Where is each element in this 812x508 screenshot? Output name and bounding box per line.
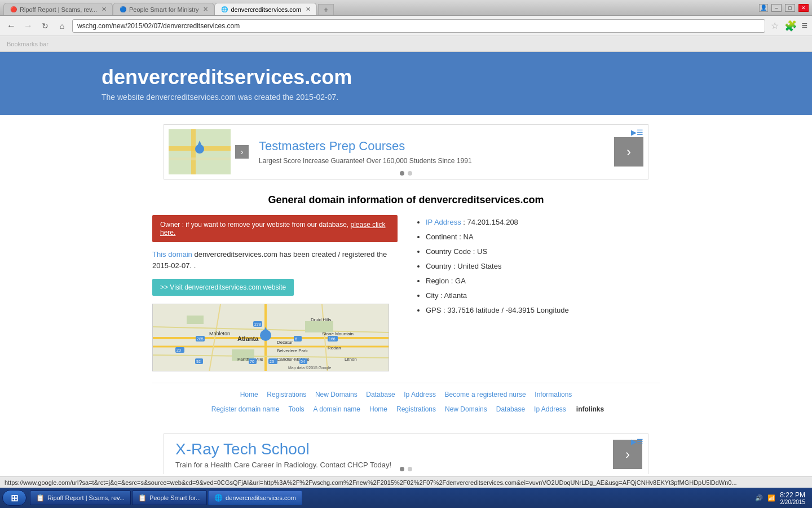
maximize-button[interactable]: □ bbox=[785, 4, 795, 12]
home-button[interactable]: ⌂ bbox=[55, 19, 69, 33]
back-button[interactable]: ← bbox=[5, 19, 18, 33]
taskbar-clock[interactable]: 8:22 PM 2/20/2015 bbox=[780, 491, 805, 505]
menu-icon[interactable]: ≡ bbox=[801, 20, 807, 32]
footer-link-new-domains-1[interactable]: New Domains bbox=[315, 391, 358, 398]
ad-map-thumbnail bbox=[169, 129, 231, 174]
ad-banner-2: ▶☰ X-Ray Tech School Train for a Health … bbox=[164, 433, 648, 474]
tab-close-2[interactable]: ✕ bbox=[203, 6, 208, 13]
gps-value: : 33.7516 latitude / -84.3915 Longitude bbox=[441, 306, 568, 314]
footer-link-register-domain[interactable]: Register domain name bbox=[211, 405, 280, 413]
footer-link-registrations-1[interactable]: Registrations bbox=[267, 391, 306, 398]
footer-nav-2: Register domain name Tools A domain name… bbox=[152, 402, 660, 417]
footer-link-home-1[interactable]: Home bbox=[240, 391, 258, 398]
svg-text:23: 23 bbox=[270, 360, 274, 364]
close-button[interactable]: ✕ bbox=[798, 4, 809, 12]
taskbar-apps: 📋 Ripoff Report | Scams, rev... 📋 People… bbox=[30, 491, 302, 505]
systray-sound-icon[interactable]: 🔊 bbox=[755, 494, 763, 502]
this-domain-link[interactable]: This domain bbox=[152, 250, 192, 259]
svg-text:285: 285 bbox=[197, 337, 204, 341]
statusbar: https://www.google.com/url?sa=t&rct=j&q=… bbox=[0, 476, 812, 488]
owner-link[interactable]: please click here. bbox=[160, 221, 386, 237]
window-controls: 👤 – □ ✕ bbox=[759, 4, 809, 12]
bookmark-star[interactable]: ☆ bbox=[771, 20, 779, 31]
domain-info-city: City : Atlanta bbox=[426, 288, 660, 303]
taskbar-app-1-label: Ripoff Report | Scams, rev... bbox=[47, 494, 125, 501]
ad-title-1: Testmasters Prep Courses bbox=[259, 139, 608, 154]
svg-text:Redan: Redan bbox=[328, 345, 341, 351]
ad-arrow-icon[interactable]: › bbox=[235, 145, 249, 159]
svg-rect-2 bbox=[191, 129, 196, 174]
extensions-icon[interactable]: 🧩 bbox=[784, 20, 797, 32]
info-left: Owner : if you want to remove your websi… bbox=[152, 215, 398, 371]
footer-link-tools[interactable]: Tools bbox=[289, 405, 304, 413]
domain-info-country-code: Country Code : US bbox=[426, 244, 660, 259]
browser-tab-1[interactable]: 🔴 Ripoff Report | Scams, rev... ✕ bbox=[3, 3, 113, 15]
ad-options-icon[interactable]: ▶☰ bbox=[631, 128, 643, 137]
svg-text:Mableton: Mableton bbox=[209, 331, 230, 336]
browser-tab-2[interactable]: 🔵 People Smart for Ministry ✕ bbox=[113, 3, 214, 15]
user-icon[interactable]: 👤 bbox=[759, 4, 768, 12]
map-container: Mableton Druid Hills Stone Mountain Deca… bbox=[152, 304, 389, 371]
start-button[interactable]: ⊞ bbox=[2, 490, 27, 506]
windows-taskbar: ⊞ 📋 Ripoff Report | Scams, rev... 📋 Peop… bbox=[0, 488, 812, 508]
footer-link-new-domains-2[interactable]: New Domains bbox=[445, 405, 487, 413]
svg-text:Map data ©2015 Google: Map data ©2015 Google bbox=[288, 366, 331, 370]
taskbar-app-1[interactable]: 📋 Ripoff Report | Scams, rev... bbox=[30, 491, 131, 505]
footer-link-database-1[interactable]: Database bbox=[366, 391, 395, 398]
footer-link-informations[interactable]: Informations bbox=[535, 391, 572, 398]
country-code-label: Country Code bbox=[426, 247, 471, 256]
footer-link-become-nurse[interactable]: Become a registered nurse bbox=[445, 391, 526, 398]
footer-link-database-2[interactable]: Database bbox=[496, 405, 525, 413]
address-bar[interactable]: wschg.com/new/2015/02/07/denvercreditser… bbox=[72, 19, 765, 33]
footer-nav-1: Home Registrations New Domains Database … bbox=[152, 383, 660, 402]
browser-titlebar: 🔴 Ripoff Report | Scams, rev... ✕ 🔵 Peop… bbox=[0, 0, 812, 16]
svg-rect-16 bbox=[305, 321, 333, 332]
site-subtitle: The website denvercreditservices.com was… bbox=[102, 93, 710, 102]
taskbar-app-3-icon: 🌐 bbox=[214, 494, 223, 502]
domain-desc: This domain denvercreditservices.com has… bbox=[152, 249, 398, 271]
svg-text:Atlanta: Atlanta bbox=[237, 335, 259, 342]
ad-dot2-active bbox=[400, 467, 404, 471]
continent-label: Continent bbox=[426, 233, 457, 241]
ip-address-link[interactable]: IP Address bbox=[426, 218, 461, 226]
statusbar-url: https://www.google.com/url?sa=t&rct=j&q=… bbox=[5, 479, 737, 486]
footer-link-a-domain[interactable]: A domain name bbox=[314, 405, 360, 413]
taskbar-app-3[interactable]: 🌐 denvercreditservices.com bbox=[208, 491, 302, 505]
new-tab-button[interactable]: + bbox=[318, 4, 334, 15]
ad-content-2: X-Ray Tech School Train for a Health Car… bbox=[170, 440, 613, 469]
owner-box: Owner : if you want to remove your websi… bbox=[152, 215, 398, 242]
systray-network-icon[interactable]: 📶 bbox=[767, 494, 775, 502]
browser-tab-3[interactable]: 🌐 denvercreditservices.com ✕ bbox=[214, 3, 317, 15]
tab-label-3: denvercreditservices.com bbox=[231, 6, 301, 13]
ad-dot-inactive bbox=[408, 171, 412, 176]
forward-button[interactable]: → bbox=[21, 19, 35, 33]
footer-link-ip-address-1[interactable]: Ip Address bbox=[404, 391, 436, 398]
taskbar-systray: 🔊 📶 8:22 PM 2/20/2015 bbox=[751, 491, 810, 505]
tab-close-1[interactable]: ✕ bbox=[102, 6, 107, 13]
svg-text:166: 166 bbox=[329, 337, 336, 341]
footer-link-ip-address-2[interactable]: Ip Address bbox=[534, 405, 566, 413]
section-title: General domain information of denvercred… bbox=[152, 194, 660, 206]
browser-content: denvercreditservices.com The website den… bbox=[0, 52, 812, 474]
tab-close-3[interactable]: ✕ bbox=[306, 6, 311, 13]
svg-text:70: 70 bbox=[250, 360, 254, 364]
country-label: Country bbox=[426, 262, 452, 270]
windows-logo: ⊞ bbox=[11, 493, 18, 503]
toolbar-bookmarks-label: Bookmarks bar bbox=[7, 41, 48, 47]
ad-options-icon-2[interactable]: ▶☰ bbox=[631, 437, 643, 446]
footer-link-home-2[interactable]: Home bbox=[369, 405, 387, 413]
svg-text:278: 278 bbox=[254, 322, 261, 326]
footer-link-registrations-2[interactable]: Registrations bbox=[396, 405, 436, 413]
ad-content: Testmasters Prep Courses Largest Score I… bbox=[253, 139, 614, 165]
ad-banner-1: ▶☰ › Testmasters Prep Courses Largest Sc… bbox=[164, 124, 648, 179]
tab-favicon-1: 🔴 bbox=[10, 6, 17, 14]
taskbar-app-2[interactable]: 📋 People Smart for... bbox=[132, 491, 207, 505]
domain-info-gps: GPS : 33.7516 latitude / -84.3915 Longit… bbox=[426, 303, 660, 318]
minimize-button[interactable]: – bbox=[771, 4, 782, 12]
domain-info-list: IP Address : 74.201.154.208 Continent : … bbox=[414, 215, 660, 318]
browser-tabs: 🔴 Ripoff Report | Scams, rev... ✕ 🔵 Peop… bbox=[3, 0, 334, 15]
visit-website-button[interactable]: >> Visit denvercreditservices.com websit… bbox=[152, 279, 294, 296]
owner-text: Owner : if you want to remove your websi… bbox=[160, 221, 386, 237]
ad-next-button-1[interactable]: › bbox=[614, 137, 643, 167]
reload-button[interactable]: ↻ bbox=[38, 19, 52, 33]
